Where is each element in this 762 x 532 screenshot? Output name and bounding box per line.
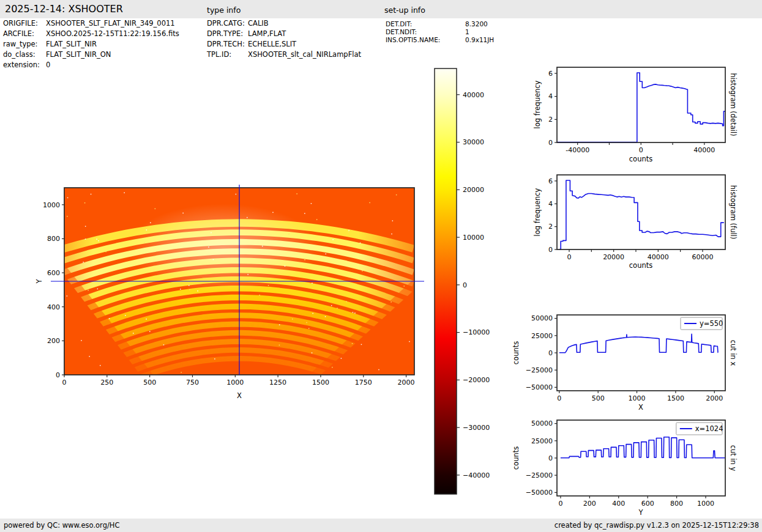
svg-text:y=550: y=550 bbox=[700, 319, 723, 328]
svg-text:1250: 1250 bbox=[269, 379, 286, 386]
file-metadata-block: ORIGFILE:XSHOOTER_SLT_FLAT_NIR_349_0011 … bbox=[3, 18, 179, 70]
svg-text:1000: 1000 bbox=[629, 394, 646, 402]
svg-text:800: 800 bbox=[670, 500, 683, 508]
svg-text:4: 4 bbox=[548, 200, 553, 208]
dpr-tech-value: ECHELLE,SLIT bbox=[248, 40, 296, 48]
cut_y-series bbox=[561, 437, 725, 458]
svg-text:0: 0 bbox=[639, 146, 643, 154]
histogram-detail-plot: -400000400000246 bbox=[557, 67, 725, 142]
type-info-heading: type info bbox=[207, 6, 241, 15]
metadata-row: DET.DIT:8.3200 bbox=[386, 20, 494, 28]
rawtype-value: FLAT_SLIT_NIR bbox=[46, 40, 97, 48]
svg-text:40000: 40000 bbox=[648, 253, 669, 261]
svg-text:20000: 20000 bbox=[603, 253, 624, 261]
dpr-catg-value: CALIB bbox=[248, 19, 269, 28]
hist-full-xlabel: counts bbox=[629, 261, 652, 270]
svg-text:−10000: −10000 bbox=[463, 328, 490, 336]
svg-text:0: 0 bbox=[62, 379, 67, 386]
arcfile-value: XSHOO.2025-12-15T11:22:19.156.fits bbox=[46, 29, 179, 38]
histogram-full-plot: 02000040000600000246 bbox=[557, 175, 725, 249]
svg-text:0: 0 bbox=[463, 281, 467, 289]
svg-text:400: 400 bbox=[47, 303, 60, 311]
svg-text:750: 750 bbox=[186, 379, 199, 386]
svg-text:0: 0 bbox=[557, 394, 561, 402]
footer-right-text: created by qc_rawdisp.py v1.2.3 on 2025-… bbox=[555, 521, 759, 530]
metadata-row: INS.OPTI5.NAME:0.9x11JH bbox=[386, 36, 494, 44]
svg-text:0: 0 bbox=[548, 349, 553, 357]
metadata-row: DPR.TECH:ECHELLE,SLIT bbox=[207, 39, 361, 50]
svg-text:−40000: −40000 bbox=[463, 471, 490, 479]
hist-detail-xlabel: counts bbox=[629, 155, 652, 163]
metadata-row: DPR.TYPE:LAMP,FLAT bbox=[207, 29, 361, 39]
svg-text:200: 200 bbox=[583, 500, 596, 508]
hist-full-ylabel: log frequency bbox=[533, 188, 542, 237]
legend: y=550 bbox=[681, 317, 723, 330]
svg-text:250: 250 bbox=[100, 379, 113, 386]
svg-text:500: 500 bbox=[592, 394, 605, 402]
svg-text:20000: 20000 bbox=[463, 186, 484, 194]
svg-text:2000: 2000 bbox=[706, 394, 723, 402]
cut-y-side-label: cut in y bbox=[729, 445, 738, 471]
metadata-row: DPR.CATG:CALIB bbox=[207, 18, 361, 29]
main-xaxis-label: X bbox=[237, 391, 242, 400]
svg-text:25000: 25000 bbox=[531, 437, 553, 445]
hist-detail-ylabel: log frequency bbox=[533, 81, 542, 129]
svg-text:0: 0 bbox=[567, 253, 571, 261]
svg-text:−30000: −30000 bbox=[463, 424, 490, 432]
metadata-row: raw_type:FLAT_SLIT_NIR bbox=[3, 39, 179, 50]
qc-report-page: 2025-12-14: XSHOOTER type info set-up in… bbox=[0, 0, 762, 532]
colorbar: 400003000020000100000−10000−20000−30000−… bbox=[435, 68, 457, 494]
svg-text:25000: 25000 bbox=[531, 332, 553, 340]
svg-text:0: 0 bbox=[548, 246, 553, 254]
cut-y-xlabel: Y bbox=[638, 508, 643, 517]
origfile-value: XSHOOTER_SLT_FLAT_NIR_349_0011 bbox=[46, 19, 175, 28]
footer-left-text: powered by QC: www.eso.org/HC bbox=[4, 521, 119, 530]
metadata-row: DET.NDIT:1 bbox=[386, 28, 494, 36]
svg-text:800: 800 bbox=[47, 235, 60, 243]
hist_full-series bbox=[559, 180, 723, 249]
colorbar-canvas: 400003000020000100000−10000−20000−30000−… bbox=[435, 68, 457, 494]
svg-text:40000: 40000 bbox=[693, 146, 715, 154]
cut_y-canvas: 0200400600800100050000250000−25000−50000… bbox=[557, 420, 725, 496]
legend: x=1024 bbox=[676, 423, 723, 435]
svg-text:6: 6 bbox=[548, 177, 553, 185]
tpl-id-value: XSHOOTER_slt_cal_NIRLampFlat bbox=[248, 50, 361, 59]
cut-in-y-plot: 0200400600800100050000250000−25000−50000… bbox=[557, 420, 725, 496]
svg-text:0: 0 bbox=[558, 500, 562, 508]
hist_detail-series bbox=[557, 73, 725, 142]
svg-text:0: 0 bbox=[56, 371, 60, 379]
raw-frame-image-plot: 0250500750100012501500175020000200400600… bbox=[64, 188, 414, 375]
det-ndit-value: 1 bbox=[465, 28, 469, 35]
setup-info-block: DET.DIT:8.3200 DET.NDIT:1 INS.OPTI5.NAME… bbox=[386, 20, 494, 44]
svg-text:50000: 50000 bbox=[531, 419, 553, 427]
doclass-value: FLAT_SLIT_NIR_ON bbox=[46, 50, 111, 59]
metadata-row: extension:0 bbox=[3, 60, 179, 70]
svg-text:60000: 60000 bbox=[692, 253, 713, 261]
extension-value: 0 bbox=[46, 61, 50, 69]
svg-text:x=1024: x=1024 bbox=[695, 424, 723, 433]
svg-text:600: 600 bbox=[47, 269, 60, 277]
svg-text:2: 2 bbox=[548, 116, 553, 124]
hist_detail-canvas: -400000400000246 bbox=[557, 67, 725, 142]
setup-info-heading: set-up info bbox=[384, 6, 425, 15]
svg-text:6: 6 bbox=[548, 70, 553, 78]
footer-bar: powered by QC: www.eso.org/HC created by… bbox=[0, 519, 762, 532]
svg-text:30000: 30000 bbox=[463, 138, 484, 146]
svg-text:1750: 1750 bbox=[355, 379, 372, 386]
main_image-canvas: 0250500750100012501500175020000200400600… bbox=[64, 188, 414, 375]
svg-text:−50000: −50000 bbox=[526, 489, 553, 497]
svg-text:4: 4 bbox=[548, 92, 553, 100]
svg-text:1500: 1500 bbox=[312, 379, 329, 386]
svg-text:−25000: −25000 bbox=[526, 471, 553, 479]
svg-text:2000: 2000 bbox=[398, 379, 415, 386]
metadata-row: do_class:FLAT_SLIT_NIR_ON bbox=[3, 50, 179, 60]
svg-text:2: 2 bbox=[548, 223, 553, 231]
svg-text:−20000: −20000 bbox=[463, 376, 490, 384]
det-dit-value: 8.3200 bbox=[465, 20, 488, 28]
page-title: 2025-12-14: XSHOOTER bbox=[5, 3, 123, 15]
svg-text:−50000: −50000 bbox=[526, 383, 553, 391]
svg-text:400: 400 bbox=[612, 500, 625, 508]
cut_x-series bbox=[559, 334, 719, 352]
hist-full-side-label: histogram (full) bbox=[729, 185, 738, 240]
svg-text:200: 200 bbox=[47, 337, 60, 345]
